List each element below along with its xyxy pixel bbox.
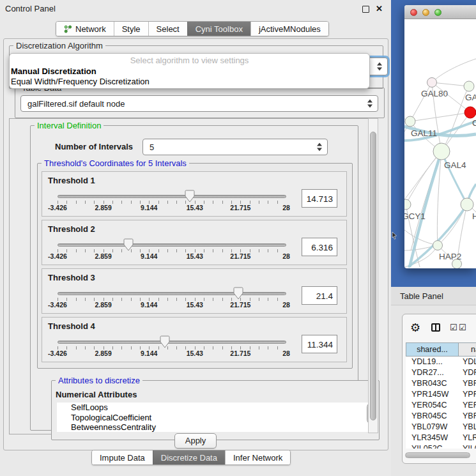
numerical-attributes-heading: Numerical Attributes — [56, 390, 137, 399]
tab-label: jActiveMNodules — [259, 24, 321, 34]
threshold-slider[interactable]: -3.4262.8599.14415.4321.71528 — [58, 341, 286, 360]
cell-shared-name[interactable]: YBR045C — [406, 411, 459, 422]
tick-label: 21.715 — [230, 349, 250, 357]
threshold-value-field[interactable]: 21.4 — [302, 286, 337, 305]
cell-name[interactable]: YLR3 — [459, 433, 476, 443]
table-row[interactable]: YPR145W YPR1 — [406, 389, 476, 400]
column-header-shared-name[interactable]: shared... — [406, 342, 459, 357]
number-of-intervals-combobox[interactable]: 5 — [142, 139, 328, 155]
tab-label: Discretize Data — [161, 453, 217, 463]
slider-track[interactable] — [58, 195, 286, 198]
table-row[interactable]: YDL19... YDL1 — [406, 357, 476, 367]
settings-scrollbar[interactable] — [368, 118, 378, 433]
network-node-c[interactable] — [464, 107, 476, 118]
tab-discretize-data[interactable]: Discretize Data — [153, 450, 225, 464]
table-data-group: Table Data galFiltered.sif default node — [15, 88, 385, 118]
table-row[interactable]: YLR345W YLR3 — [406, 433, 476, 443]
cell-shared-name[interactable]: YPR145W — [406, 389, 459, 400]
slider-thumb[interactable] — [185, 190, 195, 203]
table-row[interactable]: YER054C YER0 — [406, 400, 476, 411]
tab-impute-data[interactable]: Impute Data — [92, 450, 153, 464]
column-header-name[interactable]: na — [459, 342, 476, 357]
close-traffic-light-icon[interactable] — [410, 9, 417, 16]
settings-gear-icon[interactable]: ⚙ — [410, 314, 420, 341]
cyni-mode-tab-bar: Impute DataDiscretize DataInfer Network — [91, 450, 291, 465]
numerical-attributes-list[interactable]: SelfLoopsTopologicalCoefficientBetweenne… — [57, 403, 374, 432]
float-window-icon[interactable] — [362, 6, 369, 13]
cell-name[interactable]: YBR0 — [459, 411, 476, 422]
apply-button[interactable]: Apply — [174, 433, 217, 449]
cell-shared-name[interactable]: YER054C — [406, 400, 459, 411]
attribute-item-topologicalcoefficient[interactable]: TopologicalCoefficient — [57, 413, 374, 423]
cell-name[interactable]: YDL1 — [459, 357, 476, 367]
table-row[interactable]: YBR043C YBR0 — [406, 378, 476, 389]
settings-scrollbar-thumb[interactable] — [370, 132, 376, 420]
threshold-value-field[interactable]: 6.316 — [302, 238, 337, 256]
cell-shared-name[interactable]: YBL079W — [406, 422, 459, 433]
minimize-traffic-light-icon[interactable] — [422, 9, 429, 16]
table-row[interactable]: YIL052C YIL0 — [406, 443, 476, 449]
algorithm-option-equal-width-frequency-discretization[interactable]: Equal Width/Frequency Discretization — [10, 77, 369, 87]
network-node-gal11[interactable] — [405, 116, 415, 127]
tab-cyni-toolbox[interactable]: Cyni Toolbox — [187, 22, 250, 36]
table-row[interactable]: YBL079W YBL0 — [406, 422, 476, 433]
table-horizontal-scrollbar[interactable] — [405, 452, 470, 458]
cell-shared-name[interactable]: YLR345W — [406, 433, 459, 443]
network-node-h[interactable] — [461, 198, 473, 211]
threshold-slider[interactable]: -3.4262.8599.14415.4321.71528 — [58, 243, 286, 263]
zoom-traffic-light-icon[interactable] — [434, 9, 441, 16]
cell-name[interactable]: YDR2 — [459, 367, 476, 378]
network-canvas[interactable]: GAL80GACGAL11GAL4GCY1HHAP2 — [404, 19, 476, 268]
tab-infer-network[interactable]: Infer Network — [225, 450, 290, 464]
table-data-combobox[interactable]: galFiltered.sif default node — [20, 95, 378, 112]
split-columns-icon[interactable] — [431, 323, 440, 332]
slider-thumb[interactable] — [233, 287, 243, 300]
cell-shared-name[interactable]: YDL19... — [406, 357, 459, 367]
tab-select[interactable]: Select — [148, 22, 187, 36]
cell-shared-name[interactable]: YIL052C — [406, 443, 459, 449]
tab-label: Select — [157, 24, 180, 34]
tab-network[interactable]: Network — [56, 22, 114, 36]
threshold-slider[interactable]: -3.4262.8599.14415.4321.71528 — [58, 292, 286, 311]
checkbox-icon[interactable]: ☑ — [450, 314, 457, 341]
tab-style[interactable]: Style — [114, 22, 148, 36]
cell-shared-name[interactable]: YBR043C — [406, 378, 459, 389]
cell-shared-name[interactable]: YDR27... — [406, 367, 459, 378]
slider-track[interactable] — [58, 292, 286, 295]
algorithm-popup-hint: Select algorithm to view settings — [10, 56, 369, 66]
tab-jactivemnodules[interactable]: jActiveMNodules — [250, 22, 328, 36]
slider-track[interactable] — [58, 243, 286, 247]
network-node-gal80[interactable] — [427, 78, 437, 88]
threshold-value-field[interactable]: 14.713 — [302, 189, 337, 208]
table-toolbar: ⚙ ☑ ☑ — [403, 314, 476, 341]
network-node-ga[interactable] — [464, 81, 474, 91]
slider-track[interactable] — [58, 341, 286, 344]
slider-tick-labels: -3.4262.8599.14415.4321.71528 — [58, 301, 286, 310]
network-node-label: GA — [465, 93, 476, 102]
cell-name[interactable]: YBL0 — [459, 422, 476, 433]
threshold-value-field[interactable]: 11.344 — [302, 335, 337, 353]
network-window-titlebar[interactable] — [404, 5, 476, 19]
tick-label: 2.859 — [95, 349, 111, 357]
network-node-gcy1[interactable] — [404, 199, 411, 210]
checkbox-icon[interactable]: ☑ — [459, 314, 466, 341]
slider-thumb[interactable] — [160, 335, 170, 348]
algorithm-option-manual-discretization[interactable]: Manual Discretization — [10, 66, 369, 77]
network-view-window[interactable]: GAL80GACGAL11GAL4GCY1HHAP2 — [404, 5, 476, 268]
attribute-item-selfloops[interactable]: SelfLoops — [57, 403, 374, 413]
table-row[interactable]: YBR045C YBR0 — [406, 411, 476, 422]
threshold-slider[interactable]: -3.4262.8599.14415.4321.71528 — [58, 195, 286, 214]
close-icon[interactable]: ✕ — [376, 0, 383, 18]
threshold-label: Threshold 2 — [48, 224, 95, 234]
table-row[interactable]: YDR27... YDR2 — [406, 367, 476, 378]
cell-name[interactable]: YBR0 — [459, 378, 476, 389]
slider-thumb[interactable] — [123, 238, 134, 251]
cell-name[interactable]: YER0 — [459, 400, 476, 411]
cell-name[interactable]: YPR1 — [459, 389, 476, 400]
chevron-up-down-icon — [367, 100, 373, 108]
attribute-item-betweennesscentrality[interactable]: BetweennessCentrality — [57, 422, 374, 432]
group-title-discretization-algorithm: Discretization Algorithm — [13, 41, 105, 50]
network-node-hap2[interactable] — [433, 241, 443, 250]
cell-name[interactable]: YIL0 — [459, 443, 476, 449]
network-node-gal4[interactable] — [433, 143, 450, 160]
